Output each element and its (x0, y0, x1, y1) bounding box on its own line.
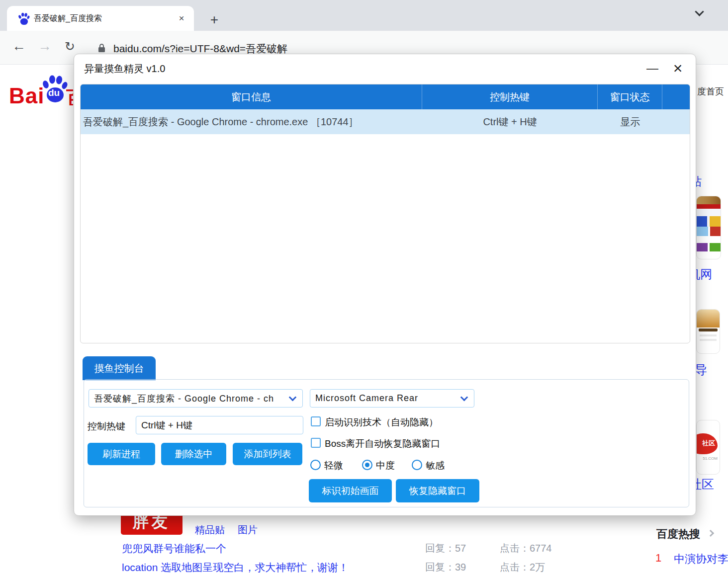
sensitivity-radio-sensitive[interactable] (412, 460, 422, 470)
tab-console[interactable]: 摸鱼控制台 (83, 356, 156, 380)
thread-reply-count: 回复：39 (425, 561, 466, 573)
thumb1-band-4 (697, 216, 721, 227)
table-row[interactable]: 吾爱破解_百度搜索 - Google Chrome - chrome.exe ［… (81, 109, 690, 134)
thread-click-count: 点击：6774 (500, 542, 552, 555)
thumb1-band-3 (697, 209, 721, 216)
delete-selected-button[interactable]: 删除选中 (161, 443, 226, 465)
lock-icon (98, 43, 105, 53)
hotkey-value: Ctrl键 + H键 (141, 419, 192, 432)
sensitivity-radio-medium[interactable] (362, 460, 372, 470)
sensitivity-radio-light[interactable] (310, 460, 321, 470)
partial-link-4[interactable]: 社区 (696, 476, 726, 493)
thread-click-count: 点击：2万 (500, 561, 545, 573)
screen: 吾爱破解_百度搜索 × + ← → ↻ baidu.com/s?ie=UTF-8… (0, 0, 728, 573)
tab-close-icon[interactable]: × (175, 12, 188, 25)
cell-hotkey: Ctrl键 + H键 (422, 109, 598, 134)
new-tab-button[interactable]: + (206, 12, 223, 29)
refresh-process-button[interactable]: 刷新进程 (88, 443, 155, 465)
camera-select-dropdown[interactable]: Microsoft Camera Rear (310, 389, 474, 408)
cell-window-info: 吾爱破解_百度搜索 - Google Chrome - chrome.exe ［… (81, 109, 422, 134)
result-thumbnail-3[interactable]: 社区 51.COM (696, 420, 720, 475)
hot-search-item-link[interactable]: 中演协对李 (674, 552, 728, 567)
cell-state: 显示 (598, 109, 662, 134)
nav-link-featured[interactable]: 精品贴 (195, 523, 225, 537)
chevron-down-icon (460, 394, 468, 402)
window-select-dropdown[interactable]: 吾爱破解_百度搜索 - Google Chrome - ch (89, 389, 303, 408)
baidu-logo-partial: 百 (66, 84, 73, 105)
hot-search-chevron-right-icon[interactable] (707, 530, 714, 537)
column-header-filler (662, 84, 690, 109)
window-title: 异量摸鱼精灵 v1.0 (84, 62, 165, 76)
column-header-state[interactable]: 窗口状态 (598, 84, 662, 109)
sensitivity-radio-medium-label[interactable]: 中度 (376, 459, 395, 472)
thumb1-band-7 (697, 243, 721, 251)
browser-tab[interactable]: 吾爱破解_百度搜索 × (7, 6, 194, 31)
thumb1-band-2 (697, 204, 721, 209)
thread-title-link[interactable]: 兜兜风群号谁能私一个 (122, 542, 226, 556)
thumb1-band-1 (697, 196, 721, 204)
chevron-down-icon (289, 394, 297, 402)
camera-select-value: Microsoft Camera Rear (315, 393, 418, 404)
window-select-value: 吾爱破解_百度搜索 - Google Chrome - ch (94, 393, 274, 405)
auto-hide-checkbox[interactable] (311, 416, 321, 426)
auto-hide-checkbox-label[interactable]: 启动识别技术（自动隐藏） (325, 416, 438, 429)
thumb1-band-5 (697, 227, 721, 236)
restore-hidden-window-button[interactable]: 恢复隐藏窗口 (396, 479, 479, 502)
thumb2-header (697, 310, 720, 327)
hotkey-input[interactable]: Ctrl键 + H键 (136, 416, 303, 434)
boss-restore-checkbox-label[interactable]: Boss离开自动恢复隐藏窗口 (325, 437, 440, 450)
table-header-row: 窗口信息 控制热键 窗口状态 (81, 84, 690, 109)
reload-icon[interactable]: ↻ (65, 39, 75, 54)
baidu-logo-du: du (48, 87, 60, 98)
thread-row: 兜兜风群号谁能私一个 回复：57 点击：6774 (0, 542, 597, 555)
baidu-favicon-icon (18, 12, 30, 25)
thumb2-line-1 (700, 334, 717, 336)
boss-restore-checkbox[interactable] (311, 438, 321, 448)
close-icon[interactable]: × (669, 59, 687, 77)
mark-initial-screen-button[interactable]: 标识初始画面 (309, 479, 392, 502)
nav-link-images[interactable]: 图片 (238, 523, 258, 537)
thumb3-logo: 社区 (696, 433, 718, 454)
thumb3-subtext: 51.COM (703, 456, 718, 461)
thread-title-link[interactable]: location 选取地图呈现空白，求大神帮忙，谢谢！ (122, 561, 349, 573)
column-header-window-info[interactable]: 窗口信息 (81, 84, 422, 109)
partial-link-2[interactable]: 机网 (696, 266, 726, 282)
thumb1-band-6 (697, 236, 721, 243)
partial-link-1[interactable]: 站 (696, 174, 711, 189)
hot-search-title[interactable]: 百度热搜 (656, 527, 700, 542)
window-list-table: 窗口信息 控制热键 窗口状态 吾爱破解_百度搜索 - Google Chrome… (80, 84, 690, 343)
hotkey-label: 控制热键 (88, 420, 125, 433)
app-window: 异量摸鱼精灵 v1.0 — × 窗口信息 控制热键 窗口状态 吾爱破解_百度搜索… (74, 54, 696, 516)
thread-row: location 选取地图呈现空白，求大神帮忙，谢谢！ 回复：39 点击：2万 (0, 561, 597, 573)
back-icon[interactable]: ← (12, 39, 26, 54)
home-link-partial[interactable]: 度首页 (697, 85, 724, 97)
sensitivity-radio-sensitive-label[interactable]: 敏感 (426, 459, 445, 472)
forward-icon[interactable]: → (38, 39, 52, 54)
result-thumbnail-2[interactable] (696, 309, 720, 354)
minimize-icon[interactable]: — (644, 62, 661, 76)
thumb2-line-2 (700, 339, 717, 341)
baidu-logo-text[interactable]: Bai (9, 83, 44, 108)
tab-title: 吾爱破解_百度搜索 (34, 13, 175, 24)
add-to-list-button[interactable]: 添加到列表 (233, 443, 302, 465)
partial-link-3[interactable]: 导 (696, 362, 726, 379)
hot-rank-number: 1 (655, 552, 661, 565)
sensitivity-radio-light-label[interactable]: 轻微 (324, 459, 343, 472)
thumb2-textbar (699, 328, 718, 331)
cell-filler (662, 109, 690, 134)
column-header-hotkey[interactable]: 控制热键 (422, 84, 598, 109)
result-thumbnail-1[interactable] (696, 196, 721, 259)
thread-reply-count: 回复：57 (425, 542, 466, 555)
